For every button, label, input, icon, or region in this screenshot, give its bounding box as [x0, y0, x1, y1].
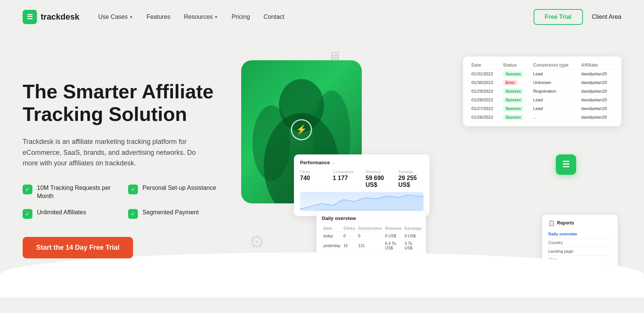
col-type: Conversion type: [531, 61, 579, 70]
feature-item-4: ✓ Segmented Payment: [128, 208, 219, 219]
conversion-table: Date Status Conversion type Affiliate 01…: [469, 61, 615, 122]
nav-links: Use Cases ▼ Features Resources ▼ Pricing…: [98, 14, 534, 20]
feature-text-2: Personal Set-up Assistance: [142, 184, 216, 192]
navbar: ☰ trackdesk Use Cases ▼ Features Resourc…: [0, 0, 644, 34]
conversion-table-card: Date Status Conversion type Affiliate 01…: [463, 56, 621, 126]
nav-use-cases[interactable]: Use Cases ▼: [98, 14, 133, 20]
col-date: Date: [469, 61, 501, 70]
hero-description: Trackdesk is an affiliate marketing trac…: [23, 136, 196, 169]
nav-contact[interactable]: Contact: [263, 14, 284, 20]
feature-item-2: ✓ Personal Set-up Assistance: [128, 184, 219, 201]
bottom-curve: [0, 252, 644, 298]
performance-card: Performance ↕ Clicks 740Conversions 1 17…: [294, 154, 430, 216]
feature-text-1: 10M Tracking Requests per Month: [37, 184, 113, 201]
reports-title: 📋 Reports: [548, 220, 612, 226]
svg-point-3: [252, 105, 290, 181]
table-row: 01/27/2022 Success Lead davidpelan20: [469, 104, 615, 113]
hero-section: The Smarter Affiliate Tracking Solution …: [0, 34, 644, 298]
feature-text-4: Segmented Payment: [142, 208, 199, 217]
hero-title: The Smarter Affiliate Tracking Solution: [23, 81, 219, 126]
table-row: 01/31/2022 Success Lead davidpelan20: [469, 70, 615, 78]
perf-metric: Revenue 59 690 US$: [366, 170, 391, 188]
performance-chart: [300, 192, 424, 211]
check-icon-1: ✓: [23, 185, 32, 194]
performance-title: Performance ↕: [300, 160, 424, 165]
table-row: 01/30/2022 Error Unknown davidpelan20: [469, 78, 615, 87]
daily-row: today000 US$0 US$: [322, 232, 423, 240]
report-item[interactable]: Country: [548, 238, 612, 247]
perf-metric: Clicks 740: [300, 170, 325, 188]
check-icon-3: ✓: [23, 209, 32, 219]
features-list: ✓ 10M Tracking Requests per Month ✓ Pers…: [23, 184, 219, 219]
chevron-down-icon: ▼: [214, 15, 218, 19]
feature-item-1: ✓ 10M Tracking Requests per Month: [23, 184, 113, 201]
check-icon-2: ✓: [128, 185, 138, 194]
logo[interactable]: ☰ trackdesk: [23, 10, 80, 24]
cta-button[interactable]: Start the 14 Day Free Trial: [23, 237, 133, 258]
performance-metrics: Clicks 740Conversions 1 177Revenue 59 69…: [300, 170, 424, 188]
col-affiliate: Affiliate: [579, 61, 615, 70]
feature-text-3: Unlimited Affiliates: [37, 208, 86, 217]
hero-content: The Smarter Affiliate Tracking Solution …: [23, 81, 219, 258]
perf-metric: Conversions 1 177: [333, 170, 358, 188]
feature-item-3: ✓ Unlimited Affiliates: [23, 208, 113, 219]
daily-title: Daily overview: [322, 215, 421, 221]
flash-icon: ⚡: [291, 119, 312, 140]
reports-icon: 📋: [548, 220, 555, 226]
nav-resources[interactable]: Resources ▼: [184, 14, 218, 20]
nav-pricing[interactable]: Pricing: [231, 14, 250, 20]
svg-marker-4: [300, 195, 424, 211]
client-area-button[interactable]: Client Area: [592, 14, 621, 20]
table-row: 01/28/2022 Success Lead davidpelan20: [469, 96, 615, 104]
logo-icon: ☰: [23, 10, 37, 24]
logo-text: trackdesk: [41, 12, 80, 22]
col-status: Status: [501, 61, 531, 70]
free-trial-button[interactable]: Free Trial: [534, 9, 583, 25]
report-item[interactable]: Landing page: [548, 247, 612, 256]
table-row: 01/29/2022 Success Registration davidpel…: [469, 87, 615, 96]
gear-icon: ⚙: [249, 231, 265, 252]
nav-features[interactable]: Features: [147, 14, 170, 20]
trackdesk-badge: ☰: [556, 154, 576, 175]
chevron-down-icon: ▼: [129, 15, 133, 19]
daily-row: yesterday151316,4 To. US$3 To. US$: [322, 240, 423, 252]
table-row: 01/26/2022 Success ... davidpelan20: [469, 113, 615, 122]
check-icon-4: ✓: [128, 209, 138, 219]
nav-actions: Free Trial Client Area: [534, 9, 621, 25]
report-item[interactable]: Daily overview: [548, 230, 612, 238]
perf-metric: Earnings 29 255 US$: [398, 170, 424, 188]
